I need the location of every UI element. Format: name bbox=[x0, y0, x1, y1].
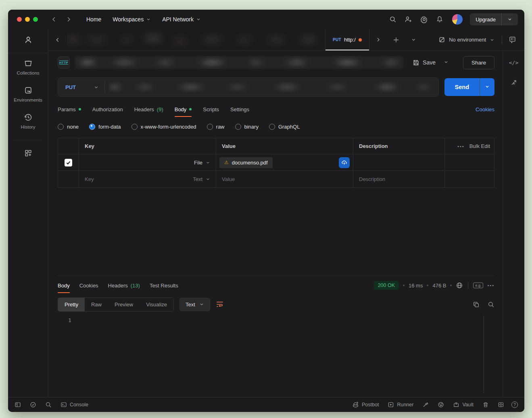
wrap-lines-icon[interactable] bbox=[216, 300, 224, 308]
minimize-window-button[interactable] bbox=[25, 17, 30, 22]
sidebar-item-history[interactable]: History bbox=[21, 113, 35, 129]
method-selector[interactable]: PUT bbox=[58, 84, 104, 90]
bulk-edit-button[interactable]: Bulk Edit bbox=[469, 143, 490, 149]
api-network-menu[interactable]: API Network bbox=[162, 16, 201, 23]
capture-requests-icon[interactable] bbox=[422, 401, 429, 408]
radio-x-www-form-urlencoded[interactable]: x-www-form-urlencoded bbox=[131, 124, 196, 130]
user-avatar[interactable] bbox=[452, 14, 463, 25]
close-window-button[interactable] bbox=[17, 17, 22, 22]
radio-binary[interactable]: binary bbox=[235, 124, 259, 130]
upload-file-button[interactable] bbox=[339, 157, 350, 168]
key-input[interactable] bbox=[85, 160, 191, 166]
view-visualize[interactable]: Visualize bbox=[140, 298, 173, 311]
value-header: Value bbox=[222, 143, 236, 149]
share-button[interactable]: Share bbox=[463, 56, 494, 69]
send-button[interactable]: Send bbox=[444, 78, 480, 96]
environment-quick-look-icon[interactable] bbox=[509, 36, 516, 44]
file-name: documenso.pdf bbox=[232, 160, 268, 166]
selected-file-chip[interactable]: ⚠ documenso.pdf bbox=[219, 157, 273, 168]
tab-scripts[interactable]: Scripts bbox=[198, 100, 224, 119]
status-check-icon[interactable] bbox=[30, 401, 36, 408]
postbot-button[interactable]: Postbot bbox=[352, 401, 379, 408]
back-arrow-icon[interactable] bbox=[51, 16, 57, 23]
environment-label: No environment bbox=[449, 37, 486, 43]
sidebar-configure-icon[interactable] bbox=[24, 149, 32, 157]
response-tab-cookies[interactable]: Cookies bbox=[75, 276, 103, 295]
redacted-request-name[interactable] bbox=[75, 56, 404, 69]
cookies-link[interactable]: Cookies bbox=[476, 106, 494, 112]
invite-user-icon[interactable] bbox=[405, 16, 412, 23]
toggle-sidebar-icon[interactable] bbox=[15, 401, 21, 408]
tab-authorization[interactable]: Authorization bbox=[88, 100, 128, 119]
status-badge[interactable]: 200 OK bbox=[374, 281, 399, 290]
redacted-open-tabs[interactable] bbox=[67, 29, 325, 50]
radio-none[interactable]: none bbox=[58, 124, 79, 130]
table-options-dots-icon[interactable]: ••• bbox=[457, 144, 465, 149]
workspaces-menu[interactable]: Workspaces bbox=[113, 16, 151, 23]
tab-body[interactable]: Body bbox=[170, 100, 197, 119]
user-profile-icon[interactable] bbox=[24, 35, 33, 46]
runner-button[interactable]: Runner bbox=[388, 401, 413, 408]
sidebar-item-environments[interactable]: Environments bbox=[14, 86, 42, 102]
sidebar-item-collections[interactable]: Collections bbox=[17, 59, 39, 75]
view-pretty[interactable]: Pretty bbox=[58, 298, 85, 311]
scroll-tabs-right-icon[interactable] bbox=[369, 29, 387, 50]
new-tab-plus-icon[interactable] bbox=[387, 29, 405, 50]
notifications-bell-icon[interactable] bbox=[436, 16, 443, 23]
key-input[interactable] bbox=[85, 176, 190, 182]
response-more-dots-icon[interactable]: ••• bbox=[487, 283, 494, 288]
save-as-example-icon[interactable]: e.g. bbox=[473, 283, 483, 288]
view-raw[interactable]: Raw bbox=[85, 298, 108, 311]
radio-raw[interactable]: raw bbox=[207, 124, 225, 130]
description-input[interactable] bbox=[359, 176, 439, 182]
redacted-request-url[interactable] bbox=[109, 82, 433, 92]
maximize-window-button[interactable] bbox=[33, 17, 38, 22]
upgrade-button[interactable]: Upgrade bbox=[470, 13, 501, 25]
language-selector[interactable]: Text bbox=[179, 298, 210, 311]
value-type-select-file[interactable]: File bbox=[194, 160, 210, 166]
forward-arrow-icon[interactable] bbox=[65, 16, 72, 23]
environment-selector[interactable]: No environment bbox=[434, 36, 499, 43]
row-checkbox-checked[interactable] bbox=[65, 159, 72, 166]
editor-scrollbar[interactable] bbox=[484, 316, 484, 393]
value-type-select-text[interactable]: Text bbox=[193, 176, 210, 182]
radio-icon bbox=[131, 124, 138, 130]
table-row-empty: Text bbox=[58, 171, 494, 187]
vault-button[interactable]: Vault bbox=[453, 401, 474, 408]
search-response-icon[interactable] bbox=[488, 301, 494, 308]
scroll-tabs-left-icon[interactable] bbox=[48, 29, 67, 50]
response-tab-test-results[interactable]: Test Results bbox=[145, 276, 183, 295]
response-tab-headers[interactable]: Headers(13) bbox=[103, 276, 145, 295]
response-tab-body[interactable]: Body bbox=[53, 276, 75, 295]
trash-icon[interactable] bbox=[482, 401, 489, 408]
copy-response-icon[interactable] bbox=[473, 301, 480, 308]
radio-form-data[interactable]: form-data bbox=[89, 124, 121, 130]
upgrade-chevron-icon[interactable] bbox=[502, 13, 518, 25]
api-network-label: API Network bbox=[162, 16, 194, 23]
pull-request-arrows-icon[interactable] bbox=[511, 79, 517, 87]
two-pane-layout-icon[interactable] bbox=[498, 401, 504, 408]
description-input[interactable] bbox=[359, 160, 439, 166]
save-button[interactable]: Save bbox=[409, 57, 440, 69]
response-body-editor[interactable]: 1 bbox=[58, 314, 494, 397]
tab-settings[interactable]: Settings bbox=[225, 100, 254, 119]
send-options-chevron-icon[interactable] bbox=[480, 78, 494, 96]
help-icon[interactable]: ? bbox=[511, 401, 518, 408]
value-input[interactable] bbox=[222, 176, 347, 182]
settings-gear-icon[interactable] bbox=[420, 16, 428, 23]
home-nav[interactable]: Home bbox=[86, 16, 101, 23]
network-globe-icon[interactable] bbox=[456, 282, 463, 289]
save-options-chevron-icon[interactable] bbox=[440, 57, 453, 68]
radio-graphql[interactable]: GraphQL bbox=[269, 124, 300, 130]
code-snippet-icon[interactable]: </> bbox=[509, 60, 518, 66]
active-request-tab[interactable]: PUT http:/ bbox=[325, 29, 369, 50]
console-button[interactable]: Console bbox=[61, 401, 88, 408]
cookies-icon[interactable] bbox=[438, 401, 444, 408]
tab-options-chevron-icon[interactable] bbox=[405, 29, 423, 50]
tab-headers[interactable]: Headers(9) bbox=[129, 100, 168, 119]
find-replace-icon[interactable] bbox=[45, 401, 52, 408]
view-preview[interactable]: Preview bbox=[108, 298, 140, 311]
tab-params[interactable]: Params bbox=[53, 100, 86, 119]
request-panel: HTTP Save Share bbox=[48, 51, 503, 397]
search-icon[interactable] bbox=[389, 16, 396, 23]
